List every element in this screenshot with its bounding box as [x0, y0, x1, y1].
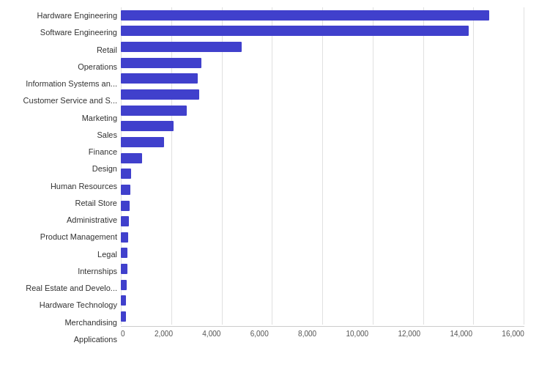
- bar-row: [121, 136, 524, 149]
- x-axis-labels: 02,0004,0006,0008,00010,00012,00014,0001…: [121, 327, 524, 338]
- y-axis-label: Finance: [0, 144, 117, 160]
- y-axis-label: Product Management: [0, 229, 117, 245]
- bar-row: [121, 104, 524, 117]
- y-axis-label: Retail: [0, 42, 117, 58]
- y-axis-label: Sales: [0, 127, 117, 143]
- y-axis: Hardware EngineeringSoftware Engineering…: [0, 7, 121, 348]
- bar-row: [121, 231, 524, 244]
- y-axis-label: Hardware Engineering: [0, 8, 117, 24]
- bars-section: [121, 7, 524, 325]
- bar: [121, 73, 198, 84]
- x-axis-label: 14,000: [450, 330, 472, 338]
- bar: [121, 58, 201, 68]
- y-axis-label: Administrative: [0, 212, 117, 229]
- bar-row: [121, 310, 524, 323]
- x-axis-label: 4,000: [202, 330, 220, 338]
- x-axis-label: 12,000: [398, 330, 420, 338]
- bar-row: [121, 262, 524, 275]
- bar-row: [121, 72, 524, 85]
- y-axis-label: Marketing: [0, 110, 117, 126]
- bar-row: [121, 278, 524, 292]
- x-axis: 02,0004,0006,0008,00010,00012,00014,0001…: [121, 326, 524, 348]
- chart-container: Hardware EngineeringSoftware Engineering…: [0, 0, 539, 392]
- bar: [121, 264, 127, 274]
- y-axis-label: Internships: [0, 263, 117, 279]
- y-axis-label: Software Engineering: [0, 25, 117, 41]
- bar-row: [121, 88, 524, 101]
- bars-and-xaxis: 02,0004,0006,0008,00010,00012,00014,0001…: [121, 7, 524, 348]
- bar: [121, 201, 130, 211]
- bar: [121, 137, 164, 147]
- bar: [121, 185, 130, 195]
- y-axis-label: Legal: [0, 246, 117, 262]
- bar: [121, 89, 199, 100]
- x-axis-label: 8,000: [298, 330, 316, 338]
- x-axis-label: 16,000: [502, 330, 524, 338]
- y-axis-label: Operations: [0, 59, 117, 75]
- bar: [121, 121, 174, 131]
- bar: [121, 42, 242, 52]
- y-axis-label: Customer Service and S...: [0, 93, 117, 109]
- bar: [121, 10, 489, 21]
- chart-area: Hardware EngineeringSoftware Engineering…: [0, 7, 524, 348]
- bar-row: [121, 183, 524, 196]
- bar: [121, 280, 127, 290]
- bar: [121, 106, 187, 116]
- bar-row: [121, 40, 524, 53]
- bar-row: [121, 199, 524, 212]
- bar-row: [121, 215, 524, 228]
- bar-row: [121, 56, 524, 70]
- x-axis-label: 10,000: [346, 330, 368, 338]
- bar: [121, 153, 142, 163]
- x-axis-label: 6,000: [250, 330, 269, 338]
- bar: [121, 232, 128, 243]
- bar-row: [121, 167, 524, 180]
- bar-row: [121, 152, 524, 165]
- bar-row: [121, 24, 524, 37]
- y-axis-label: Human Resources: [0, 178, 117, 194]
- x-axis-label: 2,000: [155, 330, 173, 338]
- bar-row: [121, 294, 524, 307]
- bars-wrapper: [121, 7, 524, 325]
- y-axis-label: Retail Store: [0, 195, 117, 211]
- y-axis-label: Design: [0, 161, 117, 177]
- bar: [121, 248, 127, 258]
- bar: [121, 169, 131, 179]
- x-axis-label: 0: [121, 330, 125, 338]
- y-axis-label: Real Estate and Develo...: [0, 281, 117, 297]
- bar-row: [121, 119, 524, 133]
- y-axis-label: Merchandising: [0, 314, 117, 330]
- y-axis-label: Information Systems an...: [0, 76, 117, 92]
- bar: [121, 295, 126, 306]
- bar: [121, 311, 126, 322]
- bar-row: [121, 9, 524, 22]
- y-axis-label: Applications: [0, 331, 117, 347]
- bar: [121, 26, 469, 36]
- bar: [121, 216, 129, 226]
- bar-row: [121, 246, 524, 259]
- y-axis-label: Hardware Technology: [0, 297, 117, 314]
